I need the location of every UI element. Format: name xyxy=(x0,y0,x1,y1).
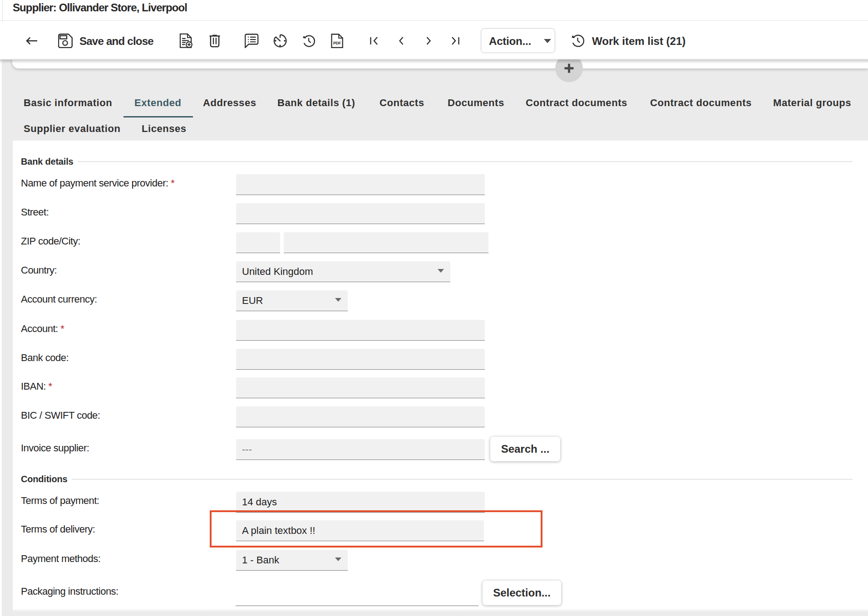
svg-text:PDF: PDF xyxy=(333,41,341,45)
